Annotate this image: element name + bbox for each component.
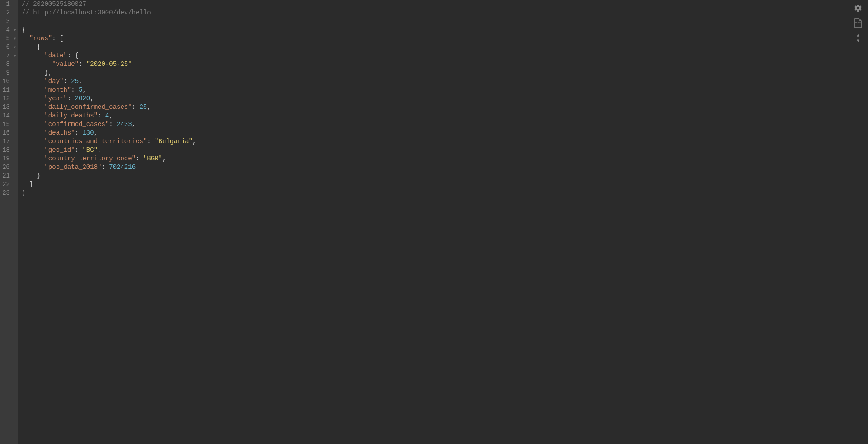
code-line[interactable]: "geo_id": "BG", (22, 146, 868, 154)
line-number: 1 (0, 0, 10, 9)
code-line[interactable] (22, 17, 868, 26)
code-area[interactable]: // 20200525180027// http://localhost:300… (18, 0, 868, 444)
fold-marker (12, 129, 18, 137)
line-number: 3 (0, 17, 10, 26)
code-line[interactable]: "month": 5, (22, 86, 868, 94)
token-number: 25 (71, 78, 79, 85)
token-text (22, 52, 44, 59)
token-punct: , (147, 103, 151, 111)
token-text (22, 43, 37, 51)
line-number: 10 (0, 77, 10, 86)
code-line[interactable]: "value": "2020-05-25" (22, 60, 868, 69)
line-number: 14 (0, 112, 10, 120)
code-line[interactable]: "day": 25, (22, 77, 868, 86)
token-key: "deaths" (44, 129, 75, 136)
code-line[interactable]: "daily_confirmed_cases": 25, (22, 103, 868, 112)
token-punct: , (82, 86, 86, 93)
fold-marker (12, 172, 18, 180)
code-line[interactable]: "country_territory_code": "BGR", (22, 154, 868, 163)
token-punct: , (79, 78, 82, 85)
code-line[interactable]: "pop_data_2018": 7024216 (22, 163, 868, 172)
line-number: 8 (0, 60, 10, 69)
line-number: 4 (0, 26, 10, 34)
token-punct: , (162, 155, 166, 162)
token-punct: : (67, 95, 75, 102)
code-line[interactable]: { (22, 43, 868, 51)
code-line[interactable]: { (22, 26, 868, 34)
token-text (22, 164, 44, 171)
code-line[interactable]: "countries_and_territories": "Bulgaria", (22, 137, 868, 146)
fold-marker[interactable]: ▼ (12, 26, 18, 34)
token-text (22, 61, 52, 68)
token-punct: : (71, 86, 79, 93)
line-number: 16 (0, 129, 10, 137)
token-punct: : (75, 129, 83, 136)
line-number: 5 (0, 34, 10, 43)
fold-marker (12, 103, 18, 112)
fold-marker[interactable]: ▼ (12, 51, 18, 60)
code-line[interactable]: ] (22, 180, 868, 189)
token-punct: , (94, 129, 98, 136)
chevron-up-icon[interactable]: ▲ (857, 33, 859, 38)
token-key: "countries_and_territories" (44, 138, 147, 145)
line-number-gutter: 1234567891011121314151617181920212223 (0, 0, 12, 444)
token-text (22, 69, 44, 76)
line-number: 13 (0, 103, 10, 112)
fold-marker[interactable]: ▼ (12, 34, 18, 43)
token-number: 130 (82, 129, 94, 136)
line-number: 23 (0, 189, 10, 197)
code-line[interactable]: } (22, 189, 868, 197)
token-text (22, 112, 44, 119)
gear-icon[interactable] (854, 4, 863, 13)
token-key: "month" (44, 86, 71, 93)
token-punct: : (63, 78, 71, 85)
token-text (22, 129, 44, 136)
chevron-down-icon[interactable]: ▼ (857, 39, 859, 43)
token-punct: , (98, 146, 101, 154)
fold-marker (12, 9, 18, 17)
fold-marker (12, 154, 18, 163)
token-number: 4 (105, 112, 109, 119)
raw-label: RAW (854, 19, 862, 27)
token-text (22, 86, 44, 93)
code-line[interactable]: "deaths": 130, (22, 129, 868, 137)
token-text (22, 95, 44, 102)
token-string: "2020-05-25" (86, 61, 132, 68)
token-text (22, 121, 44, 128)
token-key: "year" (44, 95, 67, 102)
code-line[interactable]: "year": 2020, (22, 94, 868, 103)
line-number: 17 (0, 137, 10, 146)
fold-marker (12, 137, 18, 146)
token-number: 25 (139, 103, 147, 111)
token-brace: { (75, 52, 79, 59)
code-line[interactable]: } (22, 172, 868, 180)
code-line[interactable]: // http://localhost:3000/dev/hello (22, 9, 868, 17)
code-line[interactable]: "confirmed_cases": 2433, (22, 120, 868, 129)
fold-marker (12, 189, 18, 197)
fold-marker (12, 180, 18, 189)
token-text (22, 138, 44, 145)
code-line[interactable]: }, (22, 69, 868, 77)
token-text (22, 146, 44, 154)
raw-file-icon[interactable]: RAW (854, 18, 862, 28)
fold-marker (12, 163, 18, 172)
fold-marker (12, 77, 18, 86)
code-line[interactable]: "rows": [ (22, 34, 868, 43)
token-text (22, 103, 44, 111)
token-punct: : (109, 121, 117, 128)
token-key: "geo_id" (44, 146, 75, 154)
token-text (22, 181, 29, 188)
token-key: "date" (44, 52, 67, 59)
code-line[interactable]: "date": { (22, 51, 868, 60)
code-line[interactable]: // 20200525180027 (22, 0, 868, 9)
line-number: 11 (0, 86, 10, 94)
fold-marker (12, 94, 18, 103)
fold-marker (12, 86, 18, 94)
token-punct: : (132, 103, 140, 111)
fold-marker[interactable]: ▼ (12, 43, 18, 51)
token-key: "confirmed_cases" (44, 121, 109, 128)
line-number: 18 (0, 146, 10, 154)
fold-gutter: ▼▼▼▼ (12, 0, 18, 444)
fold-marker (12, 69, 18, 77)
code-line[interactable]: "daily_deaths": 4, (22, 112, 868, 120)
